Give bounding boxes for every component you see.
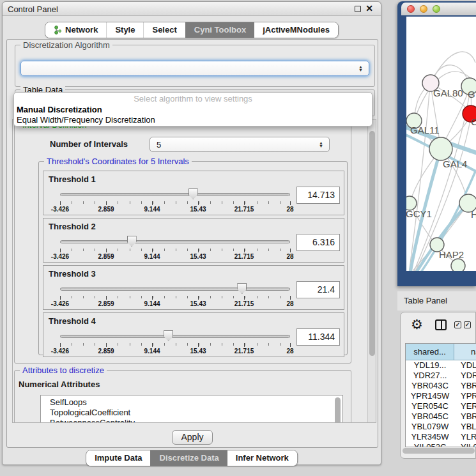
control-panel-window: Control Panel ✕ Network Style Select Cyn… xyxy=(2,1,381,465)
table-row[interactable]: YIL052CYIL0 xyxy=(406,442,476,447)
threshold-3-value[interactable]: 21.4 xyxy=(296,281,340,298)
control-panel-titlebar[interactable]: Control Panel ✕ xyxy=(3,2,381,16)
slider-track[interactable] xyxy=(60,193,290,196)
tick-major xyxy=(106,343,107,347)
tab-network[interactable]: Network xyxy=(45,22,106,38)
slider-track[interactable] xyxy=(60,335,290,338)
cell-name[interactable]: YIL0 xyxy=(454,442,476,447)
tab-infer-network[interactable]: Infer Network xyxy=(227,450,297,466)
table-row[interactable]: YBR045CYBR0 xyxy=(406,411,476,422)
slider-track[interactable] xyxy=(60,240,290,243)
cell-shared-name[interactable]: YER054C xyxy=(406,401,454,411)
table-toolbar: ⚙ ✓ ✓ xyxy=(401,312,475,341)
table-row[interactable]: YDR27...YDR2 xyxy=(406,371,476,381)
threshold-1-panel: Threshold 1 -3.4262.8599.14415.4321.7152… xyxy=(43,171,344,215)
table-row[interactable]: YBR043CYBR0 xyxy=(406,381,476,391)
slider-thumb[interactable] xyxy=(188,188,198,199)
slider-thumb[interactable] xyxy=(237,283,247,294)
close-icon[interactable]: ✕ xyxy=(365,4,374,13)
minimize-traffic-light-icon[interactable] xyxy=(420,5,427,13)
popup-option-manual-discretization[interactable]: Manual Discretization xyxy=(17,105,102,114)
slider-thumb[interactable] xyxy=(127,236,137,247)
column-header-shared[interactable]: shared... xyxy=(406,344,454,360)
cell-name[interactable]: YBL0 xyxy=(454,422,476,432)
node-partial-bottom[interactable] xyxy=(451,259,465,271)
top-tab-bar: Network Style Select Cyni Toolbox jActiv… xyxy=(45,22,339,38)
cell-shared-name[interactable]: YBR043C xyxy=(406,381,454,391)
horizontal-scrollbar-thumb[interactable] xyxy=(403,448,475,454)
network-canvas[interactable]: GAL80 G C GAL11 GAL4 GCY1 H HAP2 xyxy=(406,17,476,271)
table-panel-header-bar[interactable]: Table Panel xyxy=(397,291,476,311)
table-row[interactable]: YPR145WYPR1 xyxy=(406,391,476,401)
tick-major xyxy=(290,343,291,347)
table-row[interactable]: YBL079WYBL0 xyxy=(406,422,476,432)
apply-button[interactable]: Apply xyxy=(172,430,213,445)
algorithm-dropdown-popup: Select algorithm to view settings Manual… xyxy=(13,92,372,127)
cell-shared-name[interactable]: YIL052C xyxy=(406,442,454,447)
cell-name[interactable]: YBR0 xyxy=(454,411,476,422)
tick-label: 28 xyxy=(286,253,293,260)
attribute-list-item[interactable]: BetweennessCentrality xyxy=(41,418,342,423)
algorithm-combobox[interactable]: ▲▼ xyxy=(20,61,369,76)
popup-option-equal-width-frequency[interactable]: Equal Width/Frequency Discretization xyxy=(17,115,155,125)
tab-select[interactable]: Select xyxy=(143,22,185,38)
tab-cyni-toolbox[interactable]: Cyni Toolbox xyxy=(185,22,254,38)
tab-discretize-data[interactable]: Discretize Data xyxy=(151,450,227,466)
cell-name[interactable]: YLR3 xyxy=(454,432,476,442)
cell-shared-name[interactable]: YDL19... xyxy=(406,360,454,371)
column-header-name[interactable]: name xyxy=(454,344,476,360)
threshold-3-panel: Threshold 3 -3.4262.8599.14415.4321.7152… xyxy=(43,265,344,310)
attribute-list-item[interactable]: SelfLoops xyxy=(41,397,342,408)
attributes-to-discretize-group: Attributes to discretize Numerical Attri… xyxy=(14,370,351,423)
cell-shared-name[interactable]: YBR045C xyxy=(406,411,454,422)
split-columns-icon[interactable] xyxy=(435,319,447,330)
checkbox-icon[interactable]: ✓ xyxy=(464,321,471,328)
threshold-1-value[interactable]: 14.713 xyxy=(296,187,340,204)
threshold-2-slider[interactable]: -3.4262.8599.14415.4321.71528 xyxy=(60,235,290,261)
node-gal4[interactable] xyxy=(429,137,452,160)
tab-jactivemnodules[interactable]: jActiveMNodules xyxy=(254,22,338,38)
label-partial-h: H xyxy=(471,209,476,220)
tick-label: 21.715 xyxy=(234,348,254,355)
label-gal11: GAL11 xyxy=(410,125,440,135)
threshold-1-slider[interactable]: -3.4262.8599.14415.4321.71528 xyxy=(60,188,290,213)
cell-shared-name[interactable]: YPR145W xyxy=(406,391,454,401)
cell-name[interactable]: YER0 xyxy=(454,401,476,411)
vertical-scrollbar[interactable] xyxy=(367,119,376,422)
zoom-traffic-light-icon[interactable] xyxy=(433,5,440,13)
cell-name[interactable]: YDR2 xyxy=(454,371,476,381)
table-row[interactable]: YDL19...YDL1 xyxy=(406,360,476,371)
cell-name[interactable]: YDL1 xyxy=(454,360,476,371)
threshold-coordinates-title: Threshold's Coordinates for 5 Intervals xyxy=(44,157,192,166)
tab-select-label: Select xyxy=(152,25,176,35)
network-window-titlebar[interactable] xyxy=(401,3,476,15)
cell-shared-name[interactable]: YBL079W xyxy=(406,422,454,432)
table-row[interactable]: YER054CYER0 xyxy=(406,401,476,411)
close-traffic-light-icon[interactable] xyxy=(407,5,415,13)
list-scrollbar[interactable] xyxy=(335,397,341,423)
slider-track[interactable] xyxy=(60,288,290,291)
number-of-intervals-spinner[interactable]: 5 ▲▼ xyxy=(150,137,330,152)
cell-name[interactable]: YPR1 xyxy=(454,391,476,401)
attribute-list-item[interactable]: TopologicalCoefficient xyxy=(41,408,342,418)
threshold-4-slider[interactable]: -3.4262.8599.14415.4321.71528 xyxy=(60,330,290,355)
cell-shared-name[interactable]: YDR27... xyxy=(406,371,454,381)
threshold-3-slider[interactable]: -3.4262.8599.14415.4321.71528 xyxy=(60,282,290,308)
gear-icon[interactable]: ⚙ xyxy=(411,318,423,332)
cell-name[interactable]: YBR0 xyxy=(454,381,476,391)
vertical-scrollbar-thumb[interactable] xyxy=(369,131,375,356)
checkbox-icon[interactable]: ✓ xyxy=(454,321,461,328)
tick-major xyxy=(60,343,61,347)
tab-impute-data[interactable]: Impute Data xyxy=(86,450,150,466)
threshold-2-value[interactable]: 6.316 xyxy=(296,234,340,251)
table-row[interactable]: YLR345WYLR3 xyxy=(406,432,476,442)
tab-style[interactable]: Style xyxy=(106,22,143,38)
numerical-attributes-list[interactable]: SelfLoopsTopologicalCoefficientBetweenne… xyxy=(40,395,343,423)
popup-placeholder: Select algorithm to view settings xyxy=(14,94,372,104)
cell-shared-name[interactable]: YLR345W xyxy=(406,432,454,442)
tick-major xyxy=(60,249,61,252)
threshold-4-value[interactable]: 11.344 xyxy=(296,328,340,346)
cyni-toolbox-pane: Discretization Algorithm ▲▼ Table Data g… xyxy=(6,39,378,448)
float-window-icon[interactable] xyxy=(353,4,362,13)
slider-thumb[interactable] xyxy=(164,330,173,341)
